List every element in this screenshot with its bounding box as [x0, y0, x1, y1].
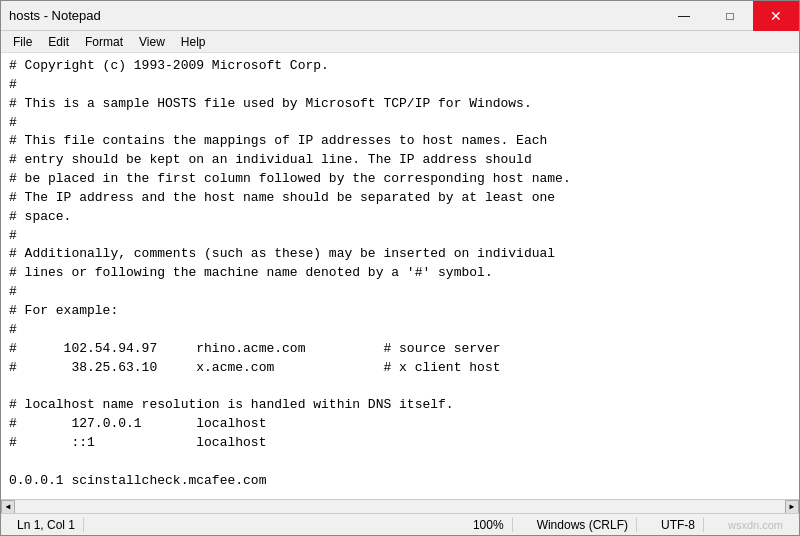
maximize-button[interactable]: □: [707, 1, 753, 31]
window-title: hosts - Notepad: [9, 8, 101, 23]
scroll-left-button[interactable]: ◀: [1, 500, 15, 514]
scrollbar-track[interactable]: [15, 500, 785, 513]
scroll-right-button[interactable]: ▶: [785, 500, 799, 514]
minimize-button[interactable]: —: [661, 1, 707, 31]
encoding: UTF-8: [653, 518, 704, 532]
menu-view[interactable]: View: [131, 33, 173, 51]
watermark: wsxdn.com: [720, 519, 791, 531]
notepad-window: hosts - Notepad — □ ✕ File Edit Format V…: [0, 0, 800, 536]
horizontal-scrollbar[interactable]: ◀ ▶: [1, 499, 799, 513]
cursor-position: Ln 1, Col 1: [9, 518, 84, 532]
editor-area: # Copyright (c) 1993-2009 Microsoft Corp…: [1, 53, 799, 513]
line-ending: Windows (CRLF): [529, 518, 637, 532]
title-bar: hosts - Notepad — □ ✕: [1, 1, 799, 31]
menu-bar: File Edit Format View Help: [1, 31, 799, 53]
text-content[interactable]: # Copyright (c) 1993-2009 Microsoft Corp…: [1, 53, 799, 499]
status-bar: Ln 1, Col 1 100% Windows (CRLF) UTF-8 ws…: [1, 513, 799, 535]
close-button[interactable]: ✕: [753, 1, 799, 31]
menu-format[interactable]: Format: [77, 33, 131, 51]
menu-help[interactable]: Help: [173, 33, 214, 51]
menu-file[interactable]: File: [5, 33, 40, 51]
zoom-level: 100%: [465, 518, 513, 532]
menu-edit[interactable]: Edit: [40, 33, 77, 51]
window-controls: — □ ✕: [661, 1, 799, 31]
